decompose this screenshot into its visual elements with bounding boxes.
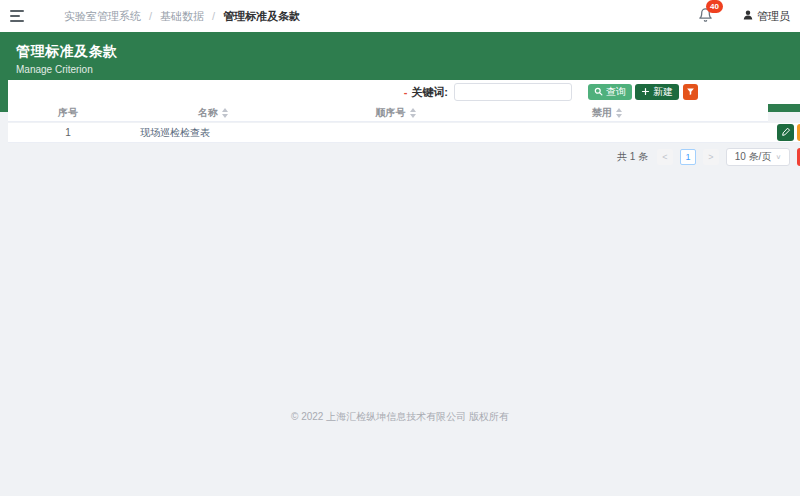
funnel-icon <box>686 87 695 98</box>
breadcrumb: 实验室管理系统 / 基础数据 / 管理标准及条款 <box>64 9 300 24</box>
filter-button[interactable] <box>683 84 698 100</box>
prev-page-button[interactable]: < <box>657 149 673 165</box>
create-button-label: 新建 <box>653 85 673 99</box>
pagination: 共 1 条 < 1 > 10 条/页 ∨ <box>0 147 800 167</box>
notification-button[interactable]: 40 <box>698 7 716 25</box>
column-header-name[interactable]: 名称 <box>128 106 298 120</box>
copyright-footer: © 2022 上海汇检纵坤信息技术有限公司 版权所有 <box>0 410 800 424</box>
page-size-value: 10 条/页 <box>735 150 772 164</box>
pagination-total: 共 1 条 <box>617 150 648 164</box>
chevron-down-icon: ∨ <box>775 153 781 160</box>
magnifier-icon <box>594 87 603 98</box>
sort-caret-icon <box>410 108 416 118</box>
page-title: 管理标准及条款 <box>16 43 784 61</box>
query-button-label: 查询 <box>606 85 626 99</box>
query-button[interactable]: 查询 <box>588 84 632 100</box>
column-header-name-label: 名称 <box>198 106 218 120</box>
keyword-label: 关键词: <box>411 85 448 100</box>
column-header-index: 序号 <box>8 106 128 120</box>
required-marker: - <box>404 86 408 98</box>
breadcrumb-item-basedata[interactable]: 基础数据 <box>160 9 204 24</box>
notification-badge: 40 <box>706 0 723 13</box>
user-name: 管理员 <box>757 9 790 24</box>
column-header-order[interactable]: 顺序号 <box>298 106 493 120</box>
column-header-disabled[interactable]: 禁用 <box>493 106 721 120</box>
page-size-select[interactable]: 10 条/页 ∨ <box>726 148 790 166</box>
next-page-button[interactable]: > <box>703 149 719 165</box>
cell-index: 1 <box>8 127 128 138</box>
page-subtitle: Manage Criterion <box>16 64 784 75</box>
menu-toggle-icon[interactable] <box>10 8 28 24</box>
keyword-input[interactable] <box>454 83 572 101</box>
user-menu[interactable]: 管理员 <box>742 9 790 24</box>
topbar-right: 40 管理员 <box>698 7 790 25</box>
breadcrumb-separator: / <box>149 10 152 22</box>
user-icon <box>742 9 754 23</box>
sort-caret-icon <box>616 108 622 118</box>
top-bar: 实验室管理系统 / 基础数据 / 管理标准及条款 40 管理员 <box>0 0 800 32</box>
table-header: 序号 名称 顺序号 禁用 <box>8 104 768 122</box>
edit-row-button[interactable] <box>777 124 794 141</box>
table-row: 1 现场巡检检查表 <box>8 123 768 143</box>
search-toolbar: - 关键词: 查询 新建 <box>8 80 800 104</box>
cell-name: 现场巡检检查表 <box>128 126 298 140</box>
sort-caret-icon <box>222 108 228 118</box>
column-header-order-label: 顺序号 <box>376 106 406 120</box>
breadcrumb-item-current: 管理标准及条款 <box>223 9 300 24</box>
pencil-icon <box>781 125 791 140</box>
plus-icon <box>641 87 650 98</box>
page-number-button[interactable]: 1 <box>680 149 696 165</box>
breadcrumb-separator: / <box>212 10 215 22</box>
create-button[interactable]: 新建 <box>635 84 679 100</box>
column-header-disabled-label: 禁用 <box>592 106 612 120</box>
row-actions <box>768 123 800 143</box>
breadcrumb-item-system[interactable]: 实验室管理系统 <box>64 9 141 24</box>
